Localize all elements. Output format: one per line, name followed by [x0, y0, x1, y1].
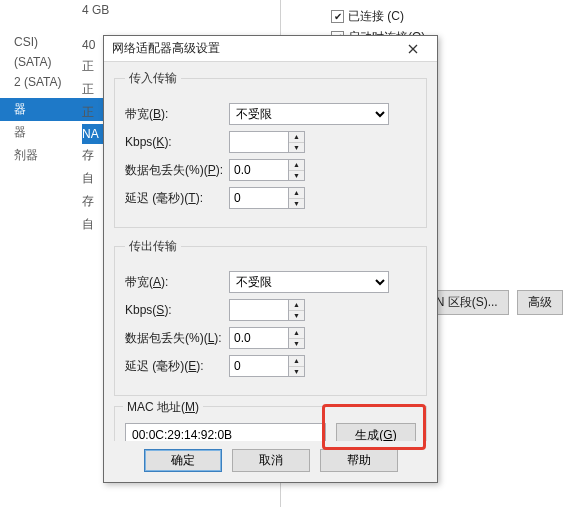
titlebar: 网络适配器高级设置 — [104, 36, 437, 62]
in-kbps-label: Kbps(K): — [125, 135, 229, 149]
close-icon — [408, 44, 418, 54]
mac-legend: MAC 地址(M) — [123, 399, 203, 416]
chevron-down-icon[interactable]: ▼ — [289, 199, 304, 209]
outgoing-group: 传出传输 带宽(A): 不受限 Kbps(S): ▲▼ 数据包丢失(%)(L):… — [114, 238, 427, 396]
close-button[interactable] — [395, 39, 431, 59]
mac-address-input[interactable] — [125, 423, 326, 441]
chevron-down-icon[interactable]: ▼ — [289, 339, 304, 349]
out-delay-input[interactable] — [229, 355, 289, 377]
ok-button[interactable]: 确定 — [144, 449, 222, 472]
out-kbps-label: Kbps(S): — [125, 303, 229, 317]
chevron-down-icon[interactable]: ▼ — [289, 311, 304, 321]
outgoing-legend: 传出传输 — [125, 238, 181, 255]
out-loss-input[interactable] — [229, 327, 289, 349]
out-loss-label: 数据包丢失(%)(L): — [125, 330, 229, 347]
out-bandwidth-select[interactable]: 不受限 — [229, 271, 389, 293]
chevron-down-icon[interactable]: ▼ — [289, 143, 304, 153]
chevron-down-icon[interactable]: ▼ — [289, 171, 304, 181]
incoming-legend: 传入传输 — [125, 70, 181, 87]
spinner[interactable]: ▲▼ — [289, 299, 305, 321]
out-kbps-input[interactable] — [229, 299, 289, 321]
dialog-title: 网络适配器高级设置 — [112, 40, 220, 57]
chevron-up-icon[interactable]: ▲ — [289, 328, 304, 339]
chevron-up-icon[interactable]: ▲ — [289, 132, 304, 143]
spinner[interactable]: ▲▼ — [289, 159, 305, 181]
in-delay-input[interactable] — [229, 187, 289, 209]
help-button[interactable]: 帮助 — [320, 449, 398, 472]
checkbox-connected[interactable]: ✔ 已连接 (C) — [331, 6, 560, 27]
out-bandwidth-label: 带宽(A): — [125, 274, 229, 291]
generate-button[interactable]: 生成(G) — [336, 423, 416, 441]
spinner[interactable]: ▲▼ — [289, 131, 305, 153]
in-loss-input[interactable] — [229, 159, 289, 181]
chevron-up-icon[interactable]: ▲ — [289, 356, 304, 367]
incoming-group: 传入传输 带宽(B): 不受限 Kbps(K): ▲▼ 数据包丢失(%)(P):… — [114, 70, 427, 228]
advanced-button[interactable]: 高级 — [517, 290, 563, 315]
in-bandwidth-label: 带宽(B): — [125, 106, 229, 123]
chevron-up-icon[interactable]: ▲ — [289, 300, 304, 311]
dialog-button-bar: 确定 取消 帮助 — [104, 441, 437, 482]
advanced-settings-dialog: 网络适配器高级设置 传入传输 带宽(B): 不受限 Kbps(K): ▲▼ 数据… — [103, 35, 438, 483]
in-kbps-input[interactable] — [229, 131, 289, 153]
cancel-button[interactable]: 取消 — [232, 449, 310, 472]
in-loss-label: 数据包丢失(%)(P): — [125, 162, 229, 179]
spinner[interactable]: ▲▼ — [289, 355, 305, 377]
in-delay-label: 延迟 (毫秒)(T): — [125, 190, 229, 207]
chevron-down-icon[interactable]: ▼ — [289, 367, 304, 377]
out-delay-label: 延迟 (毫秒)(E): — [125, 358, 229, 375]
spinner[interactable]: ▲▼ — [289, 187, 305, 209]
chevron-up-icon[interactable]: ▲ — [289, 160, 304, 171]
checkbox-icon: ✔ — [331, 10, 344, 23]
in-bandwidth-select[interactable]: 不受限 — [229, 103, 389, 125]
spinner[interactable]: ▲▼ — [289, 327, 305, 349]
mac-group: MAC 地址(M) 生成(G) — [114, 406, 427, 441]
chevron-up-icon[interactable]: ▲ — [289, 188, 304, 199]
